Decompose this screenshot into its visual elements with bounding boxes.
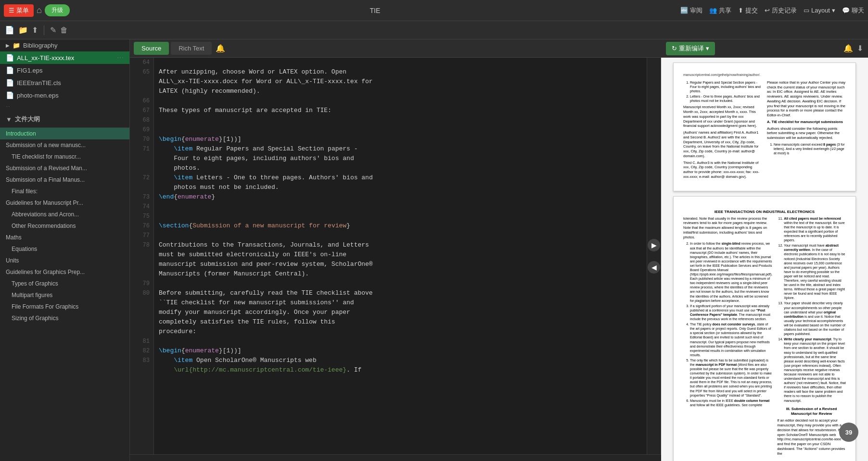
review-label: 审阅 xyxy=(690,6,702,15)
submit-btn[interactable]: ⬆ 提交 xyxy=(738,6,758,15)
sidebar-files: ▶ 📁 Bibliography 📄 ALL_xx-TIE-xxxx.tex ⋯… xyxy=(0,39,130,461)
code-editor[interactable]: 6465666768697071727374757677787980818283… xyxy=(130,58,647,454)
editor-area: Source Rich Text 🔔 646566676869707172737… xyxy=(130,39,661,461)
history-btn[interactable]: ↩ 历史记录 xyxy=(765,6,797,15)
outline-item[interactable]: Equations xyxy=(0,243,129,255)
layout-chevron: ▾ xyxy=(832,7,835,14)
history-icon: ↩ xyxy=(765,7,770,14)
file-name-all-xx: ALL_xx-TIE-xxxx.tex xyxy=(17,54,74,62)
preview-section-header: III. Submission of a Revised Manuscript … xyxy=(777,407,846,417)
outline-item[interactable]: Other Recommendations xyxy=(0,220,129,232)
outline-item[interactable]: Guidelines for Graphics Prep... xyxy=(0,266,129,278)
top-bar-right: 🔤 审阅 👥 共享 ⬆ 提交 ↩ 历史记录 ▭ Layout ▾ 💬 聊天 xyxy=(680,6,864,15)
outline-item[interactable]: Types of Graphics xyxy=(0,278,129,289)
refresh-icon: ↻ xyxy=(672,45,677,52)
review-icon: 🔤 xyxy=(680,7,688,14)
layout-btn[interactable]: ▭ Layout ▾ xyxy=(804,7,835,14)
history-label: 历史记录 xyxy=(772,6,797,15)
preview-header: ↻ 重新编译 ▾ 🔔 ⬇ xyxy=(661,39,868,58)
folder-icon: 📁 xyxy=(13,42,20,49)
bell-icon[interactable]: 🔔 xyxy=(216,44,225,53)
preview-col-right-1: Please notice that in your Author Center… xyxy=(767,80,846,181)
rich-text-tab[interactable]: Rich Text xyxy=(171,42,212,55)
more-options-icon[interactable]: ⋯ xyxy=(117,54,124,62)
preview-check-1: New manuscripts cannot exceed 8 pages (3… xyxy=(774,142,846,155)
hamburger-icon: ☰ xyxy=(9,7,14,14)
upload-icon[interactable]: ⬆ xyxy=(32,25,38,35)
share-label: 共享 xyxy=(719,6,731,15)
source-tab[interactable]: Source xyxy=(134,42,169,55)
edit-icon[interactable]: ✎ xyxy=(50,25,56,35)
preview-download-icon[interactable]: ⬇ xyxy=(857,44,863,53)
outline-item[interactable]: Introduction xyxy=(0,128,129,139)
outline-item[interactable]: Submission of a Final Manus... xyxy=(0,174,129,186)
retranslate-dropdown[interactable]: ▾ xyxy=(706,45,709,52)
chat-btn[interactable]: 💬 聊天 xyxy=(842,6,864,15)
new-file-icon[interactable]: 📄 xyxy=(5,25,14,35)
preview-bell-icon[interactable]: 🔔 xyxy=(843,44,853,53)
top-bar-left: ☰ 菜单 ⌂ 升级 xyxy=(4,4,70,17)
cls-file-icon: 📄 xyxy=(6,79,14,87)
preview-page-2: IEEE TRANSACTIONS ON INDUSTRIAL ELECTRON… xyxy=(673,196,856,461)
preview-col-wrapper-2: tolerated. Note that usually in the revi… xyxy=(683,216,846,458)
submit-label: 提交 xyxy=(745,6,758,15)
editor-bottom-bar xyxy=(130,454,661,461)
page-number-badge: 39 xyxy=(839,423,858,442)
preview-checklist-text: Authors should consider the following po… xyxy=(767,126,846,140)
divider xyxy=(44,25,44,35)
code-content[interactable]: After unzipping, choose Word or LATEX op… xyxy=(154,58,647,454)
file-all-xx-tie[interactable]: 📄 ALL_xx-TIE-xxxx.tex ⋯ xyxy=(0,51,129,64)
outline-chevron: ▼ xyxy=(6,116,12,123)
retranslate-button[interactable]: ↻ 重新编译 ▾ xyxy=(666,42,715,55)
delete-icon[interactable]: 🗑 xyxy=(60,26,68,35)
new-folder-icon[interactable]: 📁 xyxy=(18,25,28,35)
preview-url-line: manuscriptcentral.com/gethelp/now/traini… xyxy=(683,73,846,77)
submit-icon: ⬆ xyxy=(738,7,743,14)
file-ieeeftrantie[interactable]: 📄 IEEEtranTIE.cls xyxy=(0,76,129,89)
photo-file-icon: 📄 xyxy=(6,91,14,99)
outline-item[interactable]: Abbreviations and Acron... xyxy=(0,209,129,220)
file-name-fig1: FIG1.eps xyxy=(17,67,42,74)
editor-with-nav: 6465666768697071727374757677787980818283… xyxy=(130,58,661,454)
outline-item[interactable]: Sizing of Graphics xyxy=(0,312,129,324)
upgrade-button[interactable]: 升级 xyxy=(45,4,70,16)
review-btn[interactable]: 🔤 审阅 xyxy=(680,6,702,15)
outline-item[interactable]: Maths xyxy=(0,232,129,243)
bibliography-folder[interactable]: ▶ 📁 Bibliography xyxy=(0,39,129,51)
preview-right-check-12: Your manuscript must have abstract corre… xyxy=(784,243,846,300)
preview-col-wrapper-1: Regular Papers and Special Section paper… xyxy=(683,80,846,181)
preview-right-text-1: Please notice that in your Author Center… xyxy=(767,80,846,118)
outline-item[interactable]: TIE checklist for manuscr... xyxy=(0,151,129,162)
preview-right-check-13: Your paper should describe very clearly … xyxy=(784,301,846,336)
home-button[interactable]: ⌂ xyxy=(37,5,42,15)
preview-author-line: (Authors' names and affiliation) First A… xyxy=(683,130,762,159)
preview-col-left-1: Regular Papers and Special Section paper… xyxy=(683,80,762,181)
outline-item[interactable]: Submission of a Revised Man... xyxy=(0,162,129,174)
chat-label: 聊天 xyxy=(852,6,864,15)
preview-check-2: In order to follow the single-blind revi… xyxy=(690,241,772,302)
preview-content[interactable]: manuscriptcentral.com/gethelp/now/traini… xyxy=(661,58,868,461)
preview-col-left-2: tolerated. Note that usually in the revi… xyxy=(683,216,772,458)
preview-icons: 🔔 ⬇ xyxy=(843,44,863,53)
outline-item[interactable]: File Formats For Graphics xyxy=(0,301,129,312)
nav-down-arrow[interactable]: ◀ xyxy=(648,261,660,274)
outline-item[interactable]: Guidelines for Manuscript Pr... xyxy=(0,197,129,209)
preview-right-check-11: All cited papers must be referenced with… xyxy=(784,216,846,243)
preview-check-5: The only file which has to be submitted … xyxy=(690,358,772,398)
menu-button[interactable]: ☰ 菜单 xyxy=(4,4,34,17)
outline-item[interactable]: Final files: xyxy=(0,186,129,197)
file-name-ieeeftrantie: IEEEtranTIE.cls xyxy=(17,79,61,87)
title-text: TIE xyxy=(370,7,381,14)
nav-up-arrow[interactable]: ▶ xyxy=(648,239,660,251)
file-photo-men[interactable]: 📄 photo-men.eps xyxy=(0,89,129,101)
file-fig1[interactable]: 📄 FIG1.eps xyxy=(0,64,129,76)
outline-header: ▼ 文件大纲 xyxy=(0,111,129,128)
outline-item[interactable]: Units xyxy=(0,255,129,266)
share-btn[interactable]: 👥 共享 xyxy=(709,6,731,15)
outline-item[interactable]: Submission of a new manusc... xyxy=(0,139,129,151)
more-files-indicator: ··· xyxy=(0,101,129,111)
outline-item[interactable]: Multipart figures xyxy=(0,289,129,301)
eps-file-icon: 📄 xyxy=(6,66,14,74)
chat-icon: 💬 xyxy=(842,7,850,14)
outline-header-label: 文件大纲 xyxy=(15,115,40,124)
